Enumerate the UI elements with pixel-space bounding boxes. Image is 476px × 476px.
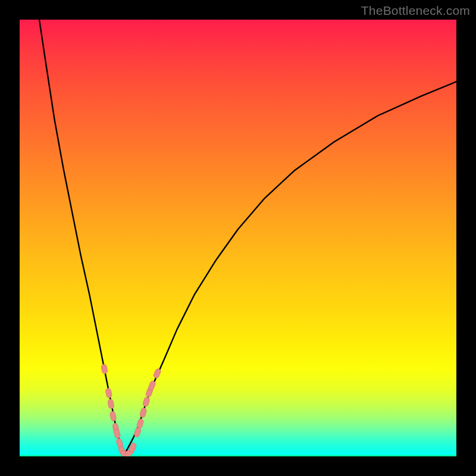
marker-point <box>108 399 115 409</box>
marker-point <box>101 364 108 374</box>
plot-area <box>20 20 456 456</box>
svg-rect-12 <box>136 418 144 429</box>
marker-point <box>142 396 150 407</box>
curve-layer <box>39 20 456 454</box>
watermark-text: TheBottleneck.com <box>361 4 470 18</box>
svg-rect-1 <box>105 388 112 398</box>
marker-point <box>136 418 144 429</box>
outer-frame: TheBottleneck.com <box>0 0 476 476</box>
svg-rect-3 <box>109 411 117 421</box>
curves-svg <box>20 20 456 456</box>
marker-point <box>134 427 142 438</box>
svg-rect-0 <box>101 364 108 374</box>
marker-point <box>109 411 117 421</box>
svg-rect-11 <box>134 427 142 438</box>
marker-point <box>113 428 121 439</box>
curve-left-branch <box>39 20 124 454</box>
marker-point <box>139 408 147 418</box>
curve-right-branch <box>124 82 456 454</box>
svg-rect-2 <box>108 399 115 409</box>
marker-point <box>105 388 112 398</box>
svg-rect-13 <box>139 408 147 418</box>
svg-rect-5 <box>113 428 121 439</box>
svg-rect-14 <box>142 396 150 407</box>
